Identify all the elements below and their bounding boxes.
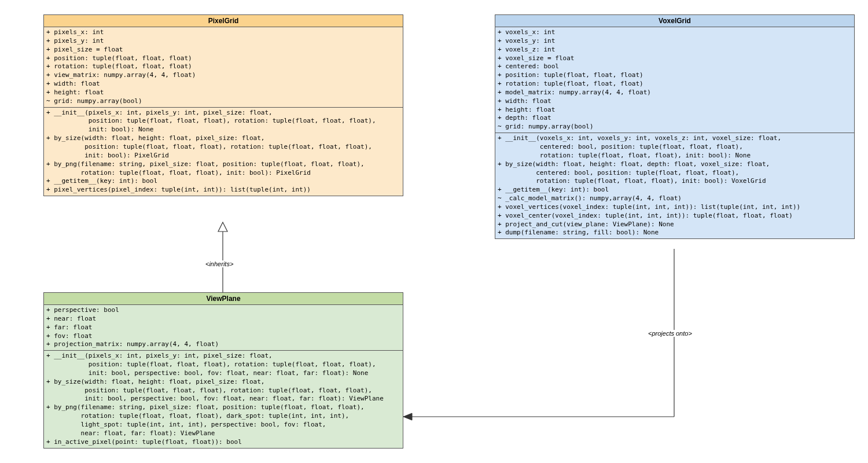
class-title-voxelgrid: VoxelGrid	[495, 15, 854, 27]
svg-marker-1	[218, 222, 227, 232]
class-methods-voxelgrid: + __init__(voxels_x: int, voxels_y: int,…	[495, 133, 854, 238]
class-attrs-voxelgrid: + voxels_x: int + voxels_y: int + voxels…	[495, 27, 854, 133]
class-attrs-pixelgrid: + pixels_x: int + pixels_y: int + pixel_…	[44, 27, 403, 108]
class-pixelgrid: PixelGrid + pixels_x: int + pixels_y: in…	[43, 14, 403, 196]
class-title-pixelgrid: PixelGrid	[44, 15, 403, 27]
relation-label-projects: <projects onto>	[648, 330, 692, 337]
class-viewplane: ViewPlane + perspective: bool + near: fl…	[43, 292, 403, 449]
class-attrs-viewplane: + perspective: bool + near: float + far:…	[44, 305, 403, 351]
class-methods-viewplane: + __init__(pixels_x: int, pixels_y: int,…	[44, 351, 403, 447]
class-voxelgrid: VoxelGrid + voxels_x: int + voxels_y: in…	[495, 14, 855, 239]
svg-marker-4	[403, 413, 412, 420]
class-title-viewplane: ViewPlane	[44, 293, 403, 305]
relation-label-inherits: <inherits>	[205, 260, 233, 267]
class-methods-pixelgrid: + __init__(pixels_x: int, pixels_y: int,…	[44, 108, 403, 196]
